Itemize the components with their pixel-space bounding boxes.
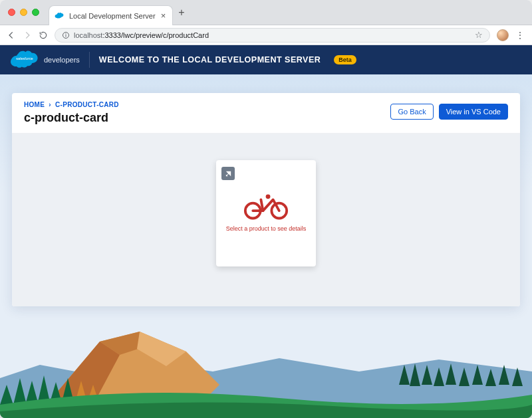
salesforce-cloud-icon	[55, 12, 64, 20]
app-header: salesforce developers WELCOME TO THE LOC…	[0, 45, 532, 74]
url-text: localhost:3333/lwc/preview/c/productCard	[74, 31, 209, 39]
browser-window: Local Development Server × + localhost:3…	[0, 0, 532, 418]
panel-actions: Go Back View in VS Code	[390, 104, 508, 120]
product-card: Select a product to see details	[216, 160, 316, 266]
url-path: :3333/lwc/preview/c/productCard	[102, 31, 209, 39]
forward-button[interactable]	[23, 31, 32, 40]
address-bar[interactable]: localhost:3333/lwc/preview/c/productCard…	[55, 28, 490, 43]
welcome-heading: WELCOME TO THE LOCAL DEVELOPMENT SERVER	[99, 55, 321, 64]
header-divider	[89, 52, 90, 68]
url-host: localhost	[74, 31, 102, 39]
panel-header: HOME › C-PRODUCT-CARD c-product-card Go …	[12, 93, 520, 134]
content-panel: HOME › C-PRODUCT-CARD c-product-card Go …	[12, 93, 520, 306]
component-preview-area: Select a product to see details	[12, 134, 520, 306]
window-titlebar: Local Development Server × +	[0, 0, 532, 25]
landscape-illustration	[0, 305, 532, 418]
page-title: c-product-card	[24, 111, 119, 125]
page-viewport: salesforce developers WELCOME TO THE LOC…	[0, 45, 532, 418]
browser-toolbar: localhost:3333/lwc/preview/c/productCard…	[0, 25, 532, 45]
developers-label: developers	[44, 56, 80, 64]
bicycle-icon	[221, 189, 311, 220]
go-back-button[interactable]: Go Back	[390, 104, 433, 120]
kebab-menu-icon[interactable]: ⋮	[515, 30, 525, 41]
maximize-window-button[interactable]	[32, 9, 39, 16]
close-window-button[interactable]	[8, 9, 15, 16]
breadcrumb: HOME › C-PRODUCT-CARD	[24, 101, 119, 108]
svg-rect-2	[66, 35, 66, 37]
minimize-window-button[interactable]	[20, 9, 27, 16]
site-info-icon[interactable]	[62, 31, 70, 39]
salesforce-developers-logo[interactable]: salesforce developers	[9, 49, 80, 70]
breadcrumb-home-link[interactable]: HOME	[24, 101, 45, 108]
beta-badge: Beta	[334, 55, 356, 64]
svg-point-5	[266, 194, 271, 199]
svg-point-1	[65, 33, 66, 34]
product-card-caption: Select a product to see details	[221, 225, 311, 232]
back-button[interactable]	[7, 31, 16, 40]
bookmark-star-icon[interactable]: ☆	[475, 30, 483, 40]
new-tab-button[interactable]: +	[178, 7, 184, 19]
logo-text: salesforce	[16, 56, 33, 60]
breadcrumb-current-link[interactable]: C-PRODUCT-CARD	[55, 101, 119, 108]
profile-avatar[interactable]	[497, 29, 509, 41]
view-in-vscode-button[interactable]: View in VS Code	[439, 104, 508, 120]
close-tab-icon[interactable]: ×	[161, 11, 166, 21]
breadcrumb-separator: ›	[49, 101, 51, 108]
tab-title: Local Development Server	[69, 12, 156, 20]
reload-button[interactable]	[39, 31, 48, 40]
salesforce-cloud-icon: salesforce	[9, 49, 40, 70]
expand-icon[interactable]	[221, 167, 235, 180]
browser-tab[interactable]: Local Development Server ×	[49, 5, 173, 25]
window-controls	[8, 9, 39, 16]
